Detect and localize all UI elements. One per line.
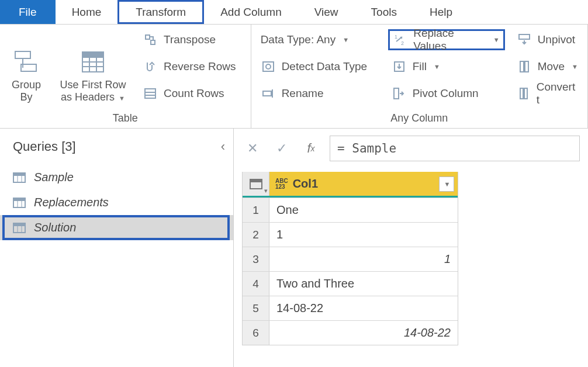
data-grid: ▾ ABC123 Col1 ▼ 1One21314Two and Three51… — [242, 172, 458, 345]
accept-formula-icon[interactable]: ✓ — [271, 138, 292, 159]
column-header-col1[interactable]: ABC123 Col1 ▼ — [269, 172, 458, 196]
query-item-replacements[interactable]: Replacements — [0, 190, 233, 215]
table-row[interactable]: 4Two and Three — [243, 271, 458, 296]
pivot-column-button[interactable]: Pivot Column — [388, 83, 505, 104]
row-number: 5 — [243, 296, 269, 320]
grid-corner-button[interactable]: ▾ — [243, 172, 269, 196]
svg-rect-13 — [263, 91, 271, 96]
reverse-label: Reverse Rows — [164, 60, 236, 73]
cell[interactable]: 1 — [269, 247, 458, 271]
chevron-down-icon: ▼ — [444, 181, 451, 188]
table-row[interactable]: 1One — [243, 198, 458, 222]
query-label: Solution — [34, 221, 76, 234]
group-label-anycolumn: Any Column — [257, 109, 582, 126]
count-rows-icon — [143, 86, 158, 101]
cell[interactable]: 1 — [269, 223, 458, 247]
row-number: 2 — [243, 223, 269, 247]
chevron-down-icon: ▼ — [119, 95, 125, 102]
query-item-solution[interactable]: Solution — [0, 215, 233, 240]
svg-rect-21 — [520, 61, 524, 72]
row-number: 3 — [243, 247, 269, 271]
cell[interactable]: 14-08-22 — [269, 296, 458, 320]
grid-header: ▾ ABC123 Col1 ▼ — [243, 172, 458, 198]
table-row[interactable]: 21 — [243, 222, 458, 247]
group-by-button[interactable]: Group By — [6, 29, 47, 104]
query-item-sample[interactable]: Sample — [0, 165, 233, 190]
query-label: Sample — [34, 171, 74, 184]
move-icon — [517, 59, 532, 74]
svg-point-12 — [266, 64, 271, 69]
rename-icon — [261, 86, 276, 101]
workspace: Queries [3] ‹ Sample Replacements Soluti… — [0, 129, 588, 367]
tab-view[interactable]: View — [298, 0, 355, 24]
formula-input[interactable] — [330, 136, 580, 161]
table-icon — [13, 223, 26, 233]
cell[interactable]: Two and Three — [269, 272, 458, 296]
svg-rect-30 — [13, 198, 25, 201]
move-button[interactable]: Move▼ — [513, 56, 582, 77]
replace-values-button[interactable]: 12 Replace Values▼ — [388, 29, 505, 50]
replace-label: Replace Values — [413, 27, 486, 53]
ribbon: Group By Use First Row as Headers ▼ Tran… — [0, 25, 588, 129]
main-panel: ✕ ✓ fx ▾ ABC123 Col1 ▼ 1One21314Two and … — [234, 129, 588, 367]
svg-rect-20 — [519, 34, 530, 39]
tab-home[interactable]: Home — [56, 0, 118, 24]
convert-button[interactable]: Convert t — [513, 83, 582, 104]
unpivot-button[interactable]: Unpivot — [513, 29, 582, 50]
rename-button[interactable]: Rename — [257, 83, 380, 104]
table-row[interactable]: 31 — [243, 247, 458, 271]
column-name: Col1 — [293, 177, 318, 191]
table-row[interactable]: 614-08-22 — [243, 320, 458, 345]
tab-help[interactable]: Help — [413, 0, 469, 24]
detect-icon — [261, 59, 276, 74]
tab-tools[interactable]: Tools — [355, 0, 413, 24]
transpose-button[interactable]: Transpose — [139, 29, 240, 50]
unpivot-label: Unpivot — [538, 33, 575, 46]
collapse-pane-icon[interactable]: ‹ — [221, 139, 225, 154]
tab-add-column[interactable]: Add Column — [204, 0, 298, 24]
abc123-type-icon: ABC123 — [275, 178, 288, 190]
cancel-formula-icon[interactable]: ✕ — [242, 138, 263, 159]
svg-rect-8 — [145, 89, 155, 98]
menu-tabbar: File Home Transform Add Column View Tool… — [0, 0, 588, 25]
svg-rect-23 — [520, 88, 523, 99]
table-icon — [250, 179, 262, 189]
pivot-icon — [392, 86, 407, 101]
svg-text:1: 1 — [395, 34, 397, 40]
svg-text:2: 2 — [401, 40, 404, 46]
queries-title: Queries [3] — [13, 139, 76, 154]
table-icon — [13, 172, 26, 183]
svg-rect-11 — [263, 62, 274, 71]
chevron-down-icon: ▼ — [343, 36, 349, 43]
fx-icon: fx — [300, 138, 321, 159]
table-icon — [13, 198, 26, 208]
queries-pane: Queries [3] ‹ Sample Replacements Soluti… — [0, 129, 234, 367]
svg-rect-22 — [525, 61, 528, 72]
chevron-down-icon: ▼ — [572, 63, 578, 70]
table-row[interactable]: 514-08-22 — [243, 296, 458, 320]
count-rows-button[interactable]: Count Rows — [139, 83, 240, 104]
cell[interactable]: One — [269, 198, 458, 222]
chevron-down-icon: ▾ — [264, 187, 268, 195]
tab-transform[interactable]: Transform — [117, 0, 204, 24]
reverse-rows-button[interactable]: Reverse Rows — [139, 56, 240, 77]
unpivot-icon — [517, 32, 532, 47]
tab-file[interactable]: File — [0, 0, 56, 24]
data-type-button[interactable]: Data Type: Any▼ — [257, 29, 380, 50]
svg-rect-3 — [82, 52, 103, 58]
first-row-headers-button[interactable]: Use First Row as Headers ▼ — [55, 29, 131, 104]
fill-button[interactable]: Fill▼ — [388, 56, 505, 77]
replace-icon: 12 — [393, 32, 408, 47]
svg-rect-26 — [13, 173, 25, 176]
count-label: Count Rows — [164, 87, 224, 100]
cell[interactable]: 14-08-22 — [269, 321, 458, 345]
detect-data-type-button[interactable]: Detect Data Type — [257, 56, 380, 77]
pivot-label: Pivot Column — [413, 87, 479, 100]
group-label-table: Table — [6, 109, 245, 126]
svg-rect-19 — [394, 88, 399, 99]
group-by-icon — [13, 49, 40, 75]
column-filter-button[interactable]: ▼ — [439, 176, 454, 192]
detect-label: Detect Data Type — [282, 60, 367, 73]
fill-icon — [392, 59, 407, 74]
transpose-icon — [143, 32, 158, 47]
